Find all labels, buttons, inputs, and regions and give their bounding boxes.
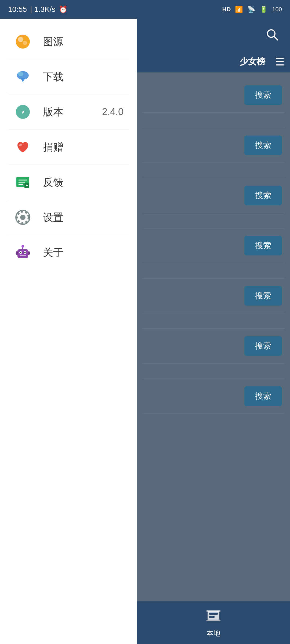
- search-btn-9[interactable]: 搜索: [244, 286, 282, 306]
- svg-point-21: [20, 252, 21, 253]
- svg-text:v: v: [21, 109, 24, 115]
- sidebar-item-tuyuan[interactable]: 图源: [0, 24, 137, 59]
- xiazai-icon: [13, 67, 32, 86]
- svg-marker-5: [21, 78, 25, 82]
- svg-point-16: [20, 215, 26, 220]
- tuyuan-icon: [13, 32, 32, 51]
- sidebar-item-xiazai[interactable]: 下载: [0, 59, 137, 94]
- shezhi-icon: [13, 208, 32, 227]
- app-header: [137, 19, 290, 51]
- svg-rect-18: [17, 249, 28, 258]
- main-container: 图源 下载 v 版本 2.4.0: [0, 19, 290, 644]
- svg-rect-33: [206, 610, 220, 612]
- status-bar-right: HD 📶 📡 🔋 100: [222, 6, 282, 13]
- shezhi-label: 设置: [43, 211, 124, 224]
- app-content: 少女榜 ☰ 搜索 搜索 搜索 搜索: [137, 19, 290, 644]
- wifi-icon: 📡: [247, 6, 255, 13]
- content-row-12: [142, 364, 285, 379]
- banben-icon: v: [13, 103, 32, 121]
- status-time: 10:55: [8, 5, 27, 14]
- content-row-13: 搜索: [142, 379, 285, 414]
- xiazai-label: 下载: [43, 70, 124, 84]
- search-btn-7[interactable]: 搜索: [244, 236, 282, 255]
- sidebar-item-guanyu[interactable]: 关于: [0, 235, 137, 270]
- banben-label: 版本: [43, 105, 91, 119]
- battery-level: 100: [272, 6, 282, 13]
- svg-point-2: [23, 41, 27, 45]
- search-btn-13[interactable]: 搜索: [244, 386, 282, 406]
- banben-value: 2.4.0: [102, 106, 124, 118]
- guanyu-label: 关于: [43, 246, 124, 259]
- content-row-2: [142, 113, 285, 128]
- content-row-11: 搜索: [142, 329, 285, 364]
- svg-line-29: [274, 36, 278, 40]
- content-row-9: 搜索: [142, 279, 285, 313]
- search-btn-11[interactable]: 搜索: [244, 336, 282, 356]
- battery-icon: 🔋: [260, 6, 268, 13]
- signal-icon: 📶: [235, 6, 243, 13]
- sidebar-item-fankui[interactable]: + 反馈: [0, 165, 137, 200]
- content-row-3: 搜索: [142, 128, 285, 163]
- sidebar-item-juanzeng[interactable]: 捐赠: [0, 130, 137, 164]
- svg-rect-32: [209, 616, 215, 618]
- content-row-5: 搜索: [142, 178, 285, 213]
- tuyuan-label: 图源: [43, 35, 124, 49]
- content-row-8: [142, 263, 285, 279]
- sidebar-item-banben[interactable]: v 版本 2.4.0: [0, 94, 137, 129]
- svg-point-1: [18, 37, 23, 42]
- svg-text:+: +: [26, 183, 28, 188]
- svg-rect-23: [20, 255, 26, 256]
- svg-rect-31: [209, 613, 218, 615]
- svg-point-22: [24, 252, 26, 253]
- tab-shaonvbang[interactable]: 少女榜: [235, 54, 270, 70]
- status-alarm-icon: ⏰: [59, 5, 67, 14]
- content-row-10: [142, 313, 285, 329]
- content-row-4: [142, 163, 285, 178]
- sidebar: 图源 下载 v 版本 2.4.0: [0, 19, 137, 644]
- status-bar: 10:55 | 1.3K/s ⏰ HD 📶 📡 🔋 100: [0, 0, 290, 19]
- bottom-nav-local[interactable]: 本地: [195, 607, 232, 638]
- juanzeng-icon: [13, 138, 32, 156]
- search-button[interactable]: [263, 25, 282, 44]
- svg-rect-30: [208, 611, 219, 620]
- local-label: 本地: [206, 629, 220, 638]
- svg-rect-34: [206, 620, 220, 621]
- guanyu-icon: [13, 243, 32, 262]
- search-btn-5[interactable]: 搜索: [244, 186, 282, 205]
- status-bar-left: 10:55 | 1.3K/s ⏰: [8, 5, 67, 14]
- tabs-bar: 少女榜 ☰: [137, 51, 290, 72]
- status-speed: | 1.3K/s: [30, 5, 55, 14]
- svg-point-4: [18, 72, 23, 76]
- content-row-1: 搜索: [142, 78, 285, 113]
- bottom-nav: 本地: [137, 601, 290, 644]
- search-btn-3[interactable]: 搜索: [244, 136, 282, 155]
- svg-point-0: [16, 35, 30, 49]
- search-btn-1[interactable]: 搜索: [244, 85, 282, 105]
- content-row-6: [142, 213, 285, 228]
- svg-point-25: [21, 245, 24, 248]
- fankui-icon: +: [13, 173, 32, 192]
- fankui-label: 反馈: [43, 175, 124, 189]
- hd-icon: HD: [222, 6, 231, 13]
- content-row-7: 搜索: [142, 228, 285, 263]
- menu-button[interactable]: ☰: [275, 56, 285, 68]
- local-icon: [205, 607, 222, 627]
- content-area: 搜索 搜索 搜索 搜索 搜索 搜索: [137, 72, 290, 644]
- juanzeng-label: 捐赠: [43, 140, 124, 154]
- svg-rect-27: [28, 251, 30, 255]
- sidebar-item-shezhi[interactable]: 设置: [0, 200, 137, 235]
- svg-rect-26: [16, 251, 18, 255]
